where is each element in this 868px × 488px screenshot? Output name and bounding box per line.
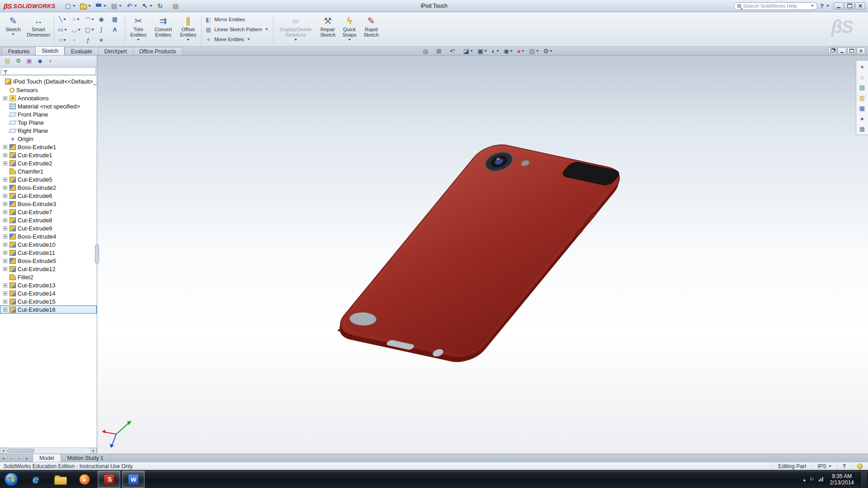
panel-tab-icon[interactable]	[25, 57, 33, 65]
expand-plus-icon[interactable]	[3, 153, 7, 157]
dropdown-caret[interactable]	[73, 5, 75, 7]
view-tool-caret[interactable]	[522, 50, 524, 52]
graphics-viewport[interactable]	[97, 56, 868, 454]
tool-caret[interactable]	[78, 29, 80, 31]
tool-caret[interactable]	[91, 19, 94, 20]
tool-caret[interactable]	[91, 29, 94, 31]
start-button[interactable]	[5, 473, 18, 486]
sketch-tool-button[interactable]	[69, 35, 83, 45]
dropdown-caret[interactable]	[134, 5, 137, 7]
quickbar-button[interactable]	[94, 1, 108, 11]
task-pane-icon[interactable]	[858, 83, 867, 91]
display-delete-relations-button[interactable]: Display/Delete Relations	[275, 14, 316, 44]
document-tab[interactable]: Model	[33, 454, 61, 462]
tree-item[interactable]: Cut-Extrude7	[0, 208, 97, 216]
sketch-tool-button[interactable]	[110, 25, 123, 34]
task-pane-icon[interactable]	[858, 114, 867, 122]
tree-item[interactable]: Annotations	[0, 94, 97, 102]
document-restore-button[interactable]	[847, 47, 856, 54]
tree-item[interactable]: Front Plane	[0, 110, 97, 118]
taskbar-app-button[interactable]	[73, 471, 96, 488]
sketch-tool-button[interactable]	[69, 25, 83, 34]
quickbar-button[interactable]	[109, 1, 123, 11]
expand-plus-icon[interactable]	[3, 308, 7, 312]
tool-caret[interactable]	[64, 29, 67, 31]
quickbar-button[interactable]	[78, 1, 92, 11]
tree-item[interactable]: Boss-Extrude3	[0, 200, 97, 208]
tree-item[interactable]: Boss-Extrude4	[0, 232, 97, 240]
expand-plus-icon[interactable]	[3, 243, 7, 247]
sketch-tool-button[interactable]	[56, 25, 69, 34]
tree-item[interactable]: Cut-Extrude9	[0, 224, 97, 232]
expand-plus-icon[interactable]	[3, 251, 7, 255]
offset-caret[interactable]	[187, 39, 189, 41]
tool-caret[interactable]	[63, 19, 66, 20]
view-tool-button[interactable]	[423, 48, 432, 54]
expand-plus-icon[interactable]	[3, 210, 7, 214]
view-tool-button[interactable]	[517, 48, 524, 54]
scrollbar-thumb[interactable]	[7, 449, 34, 453]
first-tab-arrow[interactable]	[0, 454, 8, 462]
view-tool-caret[interactable]	[536, 50, 539, 52]
view-tool-button[interactable]	[543, 48, 553, 54]
tree-item[interactable]: Right Plane	[0, 127, 97, 135]
help-icon[interactable]	[820, 3, 824, 9]
panel-tab-icon[interactable]	[47, 57, 55, 65]
panel-splitter-handle[interactable]	[95, 244, 99, 263]
mirror-entities-button[interactable]: Mirror Entities	[203, 14, 272, 24]
search-scope-caret[interactable]	[811, 5, 814, 7]
expand-plus-icon[interactable]	[3, 235, 7, 239]
smart-dimension-button[interactable]: Smart Dimension	[24, 14, 52, 44]
tree-item[interactable]: Material <not specified>	[0, 102, 97, 110]
tree-item[interactable]: Chamfer1	[0, 167, 97, 175]
panel-tab-icon[interactable]	[4, 57, 11, 65]
expand-plus-icon[interactable]	[3, 267, 7, 271]
scroll-left-arrow[interactable]	[0, 448, 6, 454]
view-tool-button[interactable]	[529, 48, 538, 54]
task-pane-icon[interactable]	[858, 62, 867, 70]
document-minimize-button[interactable]	[838, 47, 846, 54]
tree-item[interactable]: Cut-Extrude15	[0, 297, 97, 305]
next-tab-arrow[interactable]	[15, 454, 23, 462]
taskbar-app-button[interactable]	[24, 471, 47, 488]
tree-item[interactable]: Sensors	[0, 86, 97, 94]
tree-item[interactable]: Cut-Extrude11	[0, 249, 97, 257]
taskbar-clock[interactable]: 9:35 AM 2/13/2014	[830, 473, 854, 486]
task-pane-icon[interactable]	[858, 73, 867, 81]
panel-tab-icon[interactable]	[36, 57, 44, 65]
tree-item[interactable]: Cut-Extrude14	[0, 289, 97, 297]
move-entities-button[interactable]: Move Entities	[203, 34, 272, 44]
linear-sketch-pattern-button[interactable]: Linear Sketch Pattern	[203, 24, 272, 34]
tree-item[interactable]: Cut-Extrude10	[0, 240, 97, 249]
command-tab[interactable]: Office Products	[133, 47, 183, 55]
expand-plus-icon[interactable]	[3, 218, 7, 222]
trim-entities-button[interactable]: Trim Entities	[127, 14, 150, 44]
trim-caret[interactable]	[137, 39, 140, 41]
expand-plus-icon[interactable]	[3, 300, 7, 304]
expand-plus-icon[interactable]	[3, 194, 7, 198]
maximize-button[interactable]	[844, 2, 854, 9]
view-tool-button[interactable]	[491, 48, 499, 54]
dropdown-caret[interactable]	[104, 5, 106, 7]
tool-caret[interactable]	[77, 19, 80, 20]
document-cascade-button[interactable]	[828, 47, 837, 54]
tree-item[interactable]: Boss-Extrude5	[0, 257, 97, 265]
view-tool-button[interactable]	[463, 48, 473, 54]
units-caret[interactable]	[829, 465, 831, 467]
expand-plus-icon[interactable]	[3, 161, 7, 165]
tree-root-item[interactable]: iPod Touch (Default<<Default>_	[0, 77, 97, 86]
quickbar-button[interactable]	[170, 1, 184, 11]
move-entities-caret[interactable]	[247, 38, 250, 40]
quickbar-button[interactable]	[155, 1, 169, 11]
view-tool-caret[interactable]	[510, 50, 513, 52]
sketch-tool-button[interactable]	[96, 25, 110, 34]
rapid-sketch-button[interactable]: Rapid Sketch	[360, 14, 382, 44]
taskbar-app-button[interactable]	[122, 471, 145, 488]
view-tool-caret[interactable]	[496, 50, 499, 52]
expand-plus-icon[interactable]	[3, 178, 7, 182]
tree-item[interactable]: Cut-Extrude13	[0, 281, 97, 289]
expand-plus-icon[interactable]	[3, 202, 7, 206]
view-tool-caret[interactable]	[484, 50, 487, 52]
tree-item[interactable]: Boss-Extrude2	[0, 183, 97, 192]
sketch-caret[interactable]	[12, 33, 14, 35]
